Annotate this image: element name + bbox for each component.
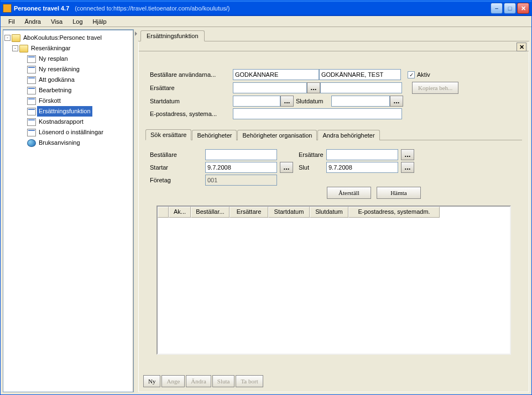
window-titlebar: Personec travel 4.7 (connected to:https:…: [1, 1, 531, 16]
search-ersattare-picker-button[interactable]: ...: [401, 149, 414, 160]
bestallare-anvandare-label: Beställare användarna...: [150, 71, 233, 78]
menu-log[interactable]: Log: [68, 17, 87, 26]
tree-reserakningar[interactable]: Reseräkningar: [29, 43, 72, 54]
col-aktiv[interactable]: Ak...: [169, 207, 191, 218]
splitter-handle-icon: [135, 31, 137, 36]
tree-item-forskott[interactable]: Förskott: [37, 96, 62, 106]
epost-label: E-postadress, systema...: [150, 110, 233, 117]
document-icon: [27, 129, 36, 136]
slutdatum-label: Slutdatum: [294, 98, 331, 104]
search-startar-picker-button[interactable]: ...: [280, 162, 293, 173]
tab-ersattningsfunktion[interactable]: Ersättningsfunktion: [140, 30, 205, 41]
inner-tab-bar: Sök ersättare Behörigheter Behörigheter …: [145, 129, 522, 140]
expand-icon[interactable]: -: [4, 35, 11, 41]
ersattare-label: Ersättare: [150, 85, 233, 91]
aktiv-checkbox[interactable]: ✓: [408, 71, 415, 78]
slutdatum-input[interactable]: [331, 96, 390, 107]
app-icon: [3, 4, 12, 13]
col-slutdatum[interactable]: Slutdatum: [310, 207, 348, 218]
search-slut-picker-button[interactable]: ...: [401, 162, 414, 173]
tree-root[interactable]: AboKoulutus:Personec travel: [22, 33, 103, 43]
tree-item-bearbetning[interactable]: Bearbetning: [37, 85, 73, 96]
tab-andra-behorigheter[interactable]: Andra behörigheter: [317, 130, 379, 140]
document-icon: [27, 55, 36, 63]
tree-item-ny-reserakning[interactable]: Ny reseräkning: [37, 64, 81, 75]
connection-url: (connected to:https://travel.tietoenator…: [75, 5, 230, 12]
andra-button[interactable]: Ändra: [186, 375, 211, 387]
document-icon: [27, 108, 36, 115]
kopiera-beh-button[interactable]: Kopiera beh...: [412, 82, 458, 94]
search-slut-input[interactable]: [326, 162, 398, 173]
tree-item-kostnadsrapport[interactable]: Kostnadsrapport: [37, 117, 85, 127]
bestallare-name-input[interactable]: [319, 69, 401, 80]
startdatum-input[interactable]: [233, 96, 280, 107]
search-ersattare-input[interactable]: [326, 149, 398, 160]
col-startdatum[interactable]: Startdatum: [268, 207, 310, 218]
sluta-button[interactable]: Sluta: [212, 375, 235, 387]
ange-button[interactable]: Ange: [161, 375, 185, 387]
menu-visa[interactable]: Visa: [46, 17, 67, 26]
tree-item-ersattningsfunktion[interactable]: Ersättningsfunktion: [37, 106, 92, 117]
tab-behorigheter[interactable]: Behörigheter: [192, 130, 237, 140]
startdatum-picker-button[interactable]: ...: [280, 96, 294, 107]
splitter[interactable]: [134, 29, 138, 392]
menu-fil[interactable]: Fil: [4, 17, 19, 26]
col-epost[interactable]: E-postadress, systemadm.: [348, 207, 440, 218]
tabort-button[interactable]: Ta bort: [236, 375, 263, 387]
app-title: Personec travel 4.7: [14, 5, 69, 12]
document-icon: [27, 87, 36, 94]
search-foretag-input: [205, 175, 277, 186]
tree-item-losenord[interactable]: Lösenord o inställningar: [37, 127, 105, 138]
document-icon: [27, 66, 36, 73]
tab-behorigheter-org[interactable]: Behörigheter organisation: [237, 130, 317, 140]
epost-input[interactable]: [233, 108, 402, 119]
search-foretag-label: Företag: [150, 177, 205, 183]
menu-bar: Fil Ändra Visa Log Hjälp: [1, 16, 531, 27]
folder-icon: [19, 45, 28, 52]
col-ersattare[interactable]: Ersättare: [230, 207, 268, 218]
folder-icon: [12, 34, 20, 42]
search-startar-label: Startar: [150, 164, 205, 171]
bestallare-code-input[interactable]: [233, 69, 319, 80]
col-bestallare[interactable]: Beställar...: [191, 207, 230, 218]
document-icon: [27, 76, 36, 84]
aterstall-button[interactable]: Återställ: [327, 187, 371, 199]
pane-close-button[interactable]: ✕: [517, 43, 526, 51]
results-grid[interactable]: Ak... Beställar... Ersättare Startdatum …: [157, 206, 511, 355]
ersattare-code-input[interactable]: [233, 82, 307, 93]
minimize-button[interactable]: –: [491, 3, 503, 14]
menu-hjalp[interactable]: Hjälp: [88, 17, 111, 26]
hamta-button[interactable]: Hämta: [377, 187, 421, 199]
search-ersattare-label: Ersättare: [293, 151, 326, 158]
slutdatum-picker-button[interactable]: ...: [390, 96, 403, 107]
ersattare-picker-button[interactable]: ...: [307, 82, 320, 93]
aktiv-label: Aktiv: [417, 71, 430, 78]
tree-item-bruksanvisning[interactable]: Bruksanvisning: [37, 138, 82, 148]
ny-button[interactable]: Ny: [143, 375, 160, 387]
search-bestallare-input[interactable]: [205, 149, 277, 160]
startdatum-label: Startdatum: [150, 98, 233, 104]
maximize-button[interactable]: □: [504, 3, 516, 14]
search-startar-input[interactable]: [205, 162, 277, 173]
ersattare-name-input[interactable]: [320, 82, 402, 93]
tree-item-att-godkanna[interactable]: Att godkänna: [37, 75, 76, 85]
globe-icon: [27, 139, 36, 147]
menu-andra[interactable]: Ändra: [20, 17, 45, 26]
document-icon: [27, 118, 36, 126]
nav-tree[interactable]: - AboKoulutus:Personec travel - Reseräkn…: [3, 29, 134, 392]
search-slut-label: Slut: [293, 164, 326, 171]
close-button[interactable]: ✕: [517, 3, 529, 14]
tree-item-ny-resplan[interactable]: Ny resplan: [37, 54, 70, 64]
document-icon: [27, 97, 36, 105]
tab-sok-ersattare[interactable]: Sök ersättare: [145, 129, 191, 140]
main-tab-bar: Ersättningsfunktion: [138, 29, 529, 41]
search-bestallare-label: Beställare: [150, 151, 205, 158]
col-selector[interactable]: [158, 207, 169, 218]
expand-icon[interactable]: -: [12, 45, 18, 51]
